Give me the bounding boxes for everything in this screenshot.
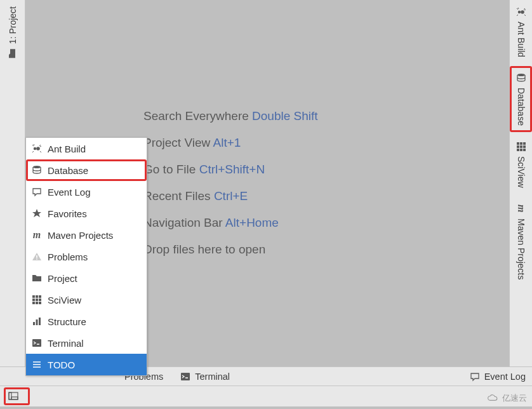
svg-rect-30 xyxy=(181,373,190,380)
bottom-item-label: Event Log xyxy=(484,372,526,382)
svg-rect-22 xyxy=(520,142,522,145)
tip-search-everywhere: Search Everywhere Double Shift xyxy=(143,109,318,123)
popup-item-database[interactable]: Database xyxy=(26,159,147,181)
svg-rect-29 xyxy=(523,149,526,151)
right-tool-rail: Ant Build Database SciView m Maven Proje… xyxy=(509,0,532,386)
warning-icon xyxy=(31,251,43,262)
terminal-icon xyxy=(31,337,43,349)
svg-rect-31 xyxy=(9,392,18,399)
left-rail-item-project[interactable]: 1: Project xyxy=(0,0,25,65)
popup-item-project[interactable]: Project xyxy=(26,267,147,289)
editor-empty-area: Search Everywhere Double Shift Project V… xyxy=(25,0,509,366)
popup-item-terminal[interactable]: Terminal xyxy=(26,332,147,354)
svg-rect-5 xyxy=(32,295,35,298)
svg-rect-11 xyxy=(32,302,35,304)
popup-item-label: Favorites xyxy=(48,208,87,219)
svg-rect-9 xyxy=(36,298,38,301)
popup-item-todo[interactable]: TODO xyxy=(26,354,147,375)
ant-icon xyxy=(515,6,527,18)
svg-point-2 xyxy=(33,166,41,168)
svg-rect-16 xyxy=(39,318,41,325)
ant-icon xyxy=(31,143,43,154)
popup-item-maven[interactable]: m Maven Projects xyxy=(26,224,147,246)
right-rail-label: SciView xyxy=(516,156,526,188)
watermark: 亿速云 xyxy=(487,392,527,404)
sciview-icon xyxy=(515,141,527,152)
svg-rect-27 xyxy=(517,149,519,151)
svg-rect-25 xyxy=(520,145,522,148)
popup-item-label: Ant Build xyxy=(48,144,86,154)
right-rail-label: Database xyxy=(516,88,526,126)
svg-rect-8 xyxy=(32,298,35,301)
tip-project-view: Project View Alt+1 xyxy=(143,136,318,150)
svg-point-0 xyxy=(34,147,36,150)
bottom-item-terminal[interactable]: Terminal xyxy=(180,371,230,382)
right-rail-item-maven[interactable]: m Maven Projects xyxy=(510,197,532,286)
right-rail-item-sciview[interactable]: SciView xyxy=(510,135,532,194)
tip-recent-files: Recent Files Ctrl+E xyxy=(143,189,318,203)
right-rail-label: Maven Projects xyxy=(516,218,526,279)
status-bar: 亿速云 xyxy=(0,386,532,406)
sciview-icon xyxy=(31,294,43,305)
popup-item-sciview[interactable]: SciView xyxy=(26,289,147,311)
todo-icon xyxy=(31,359,43,370)
svg-rect-7 xyxy=(39,295,41,298)
popup-item-structure[interactable]: Structure xyxy=(26,311,147,332)
folder-icon xyxy=(7,48,18,59)
svg-rect-17 xyxy=(32,339,41,347)
svg-rect-24 xyxy=(517,145,519,148)
popup-item-problems[interactable]: Problems xyxy=(26,246,147,267)
tip-navigation-bar: Navigation Bar Alt+Home xyxy=(143,216,318,230)
folder-icon xyxy=(31,272,43,284)
popup-item-event-log[interactable]: Event Log xyxy=(26,181,147,203)
svg-rect-26 xyxy=(523,145,526,148)
bubble-icon xyxy=(469,371,481,382)
popup-item-label: Event Log xyxy=(48,187,91,198)
tip-go-to-file: Go to File Ctrl+Shift+N xyxy=(143,163,318,177)
tool-window-popup: Ant Build Database Event Log Favorites xyxy=(25,137,147,376)
popup-item-label: Problems xyxy=(48,251,88,262)
popup-item-label: Project xyxy=(48,273,77,284)
tool-windows-quick-access-highlight xyxy=(4,387,30,405)
terminal-icon xyxy=(180,371,191,382)
svg-point-19 xyxy=(521,10,524,14)
structure-icon xyxy=(31,316,43,327)
svg-point-20 xyxy=(517,74,525,76)
left-rail-label: 1: Project xyxy=(8,6,18,44)
right-rail-item-database[interactable]: Database xyxy=(510,66,532,132)
popup-item-label: Terminal xyxy=(48,338,84,349)
bottom-item-event-log[interactable]: Event Log xyxy=(469,371,526,382)
popup-item-label: Structure xyxy=(48,316,86,327)
svg-rect-13 xyxy=(39,302,41,304)
bubble-icon xyxy=(31,186,43,198)
popup-item-label: TODO xyxy=(48,359,75,370)
welcome-tips: Search Everywhere Double Shift Project V… xyxy=(143,109,318,257)
svg-rect-12 xyxy=(36,302,38,304)
svg-rect-28 xyxy=(520,149,522,151)
svg-rect-23 xyxy=(523,142,526,145)
svg-rect-4 xyxy=(36,258,37,260)
app-root: 1: Project Search Everywhere Double Shif… xyxy=(0,0,532,409)
database-icon xyxy=(31,164,43,176)
right-rail-item-ant-build[interactable]: Ant Build xyxy=(510,0,532,64)
popup-item-ant-build[interactable]: Ant Build xyxy=(26,138,147,159)
star-icon xyxy=(31,208,43,219)
popup-item-label: Maven Projects xyxy=(48,230,113,241)
svg-point-1 xyxy=(36,147,40,151)
maven-icon: m xyxy=(515,203,527,215)
database-icon xyxy=(515,72,527,84)
popup-item-label: SciView xyxy=(48,295,81,305)
left-tool-rail: 1: Project xyxy=(0,0,25,386)
svg-rect-6 xyxy=(36,295,38,298)
svg-rect-15 xyxy=(36,319,38,325)
tool-windows-quick-access-button[interactable] xyxy=(6,390,20,403)
maven-icon: m xyxy=(31,229,43,241)
svg-rect-33 xyxy=(11,397,18,399)
svg-point-18 xyxy=(517,11,520,13)
svg-rect-21 xyxy=(517,142,519,145)
popup-item-favorites[interactable]: Favorites xyxy=(26,203,147,224)
right-rail-label: Ant Build xyxy=(516,22,526,57)
svg-rect-3 xyxy=(36,255,37,258)
svg-rect-32 xyxy=(9,392,11,399)
svg-rect-10 xyxy=(39,298,41,301)
